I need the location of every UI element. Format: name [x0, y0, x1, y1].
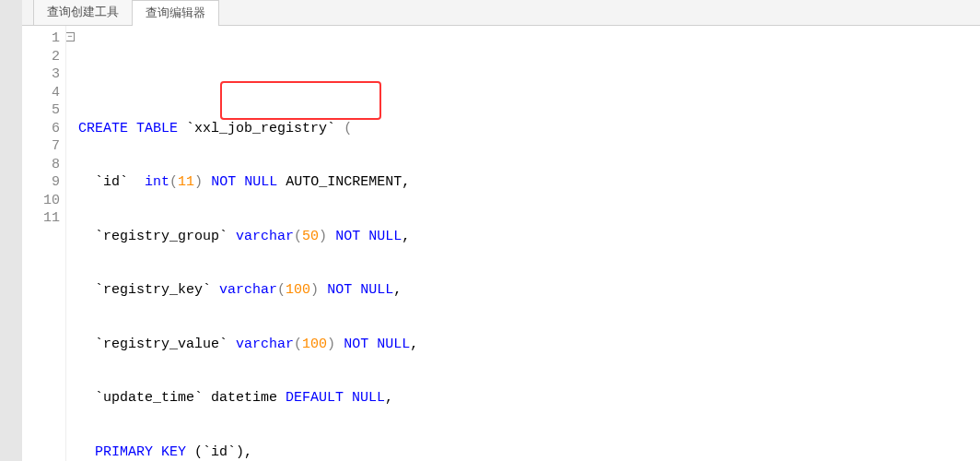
type-int: int	[145, 174, 169, 190]
kw-create: CREATE	[78, 121, 128, 136]
tab-query-editor[interactable]: 查询编辑器	[132, 0, 219, 26]
kw-primary: PRIMARY	[95, 444, 153, 460]
line-number: 4	[22, 84, 60, 102]
code-editor[interactable]: 1 2 3 4 5 6 7 8 9 10 11 − CREATE TABLE `…	[22, 26, 980, 461]
line-number: 3	[22, 65, 60, 84]
paren: (	[344, 121, 352, 136]
line-number: 10	[22, 192, 60, 210]
line-number: 11	[22, 209, 60, 228]
kw-table: TABLE	[136, 121, 178, 136]
col-updtime: `update_time`	[95, 390, 203, 406]
app-root: 查询创建工具 查询编辑器 1 2 3 4 5 6 7 8 9 10 11 − C…	[0, 0, 980, 461]
line-number: 8	[22, 156, 60, 174]
code-pane[interactable]: − CREATE TABLE `xxl_job_registry` ( `id`…	[66, 26, 980, 461]
line-number: 6	[22, 120, 60, 138]
col-regroup: `registry_group`	[95, 229, 228, 244]
col-regkey: `registry_key`	[95, 282, 211, 298]
content-area: 查询创建工具 查询编辑器 1 2 3 4 5 6 7 8 9 10 11 − C…	[0, 0, 980, 461]
tab-query-builder[interactable]: 查询创建工具	[33, 0, 133, 25]
editor-tabbar: 查询创建工具 查询编辑器	[22, 0, 980, 26]
line-number: 7	[22, 137, 60, 156]
line-gutter: 1 2 3 4 5 6 7 8 9 10 11	[22, 26, 66, 461]
col-regval: `registry_value`	[95, 337, 228, 352]
fold-minus-icon[interactable]: −	[66, 32, 75, 41]
tbl-name: `xxl_job_registry`	[186, 121, 335, 136]
col-id: `id`	[95, 174, 128, 190]
line-number: 1	[22, 30, 60, 48]
line-number: 2	[22, 48, 60, 66]
line-number: 9	[22, 173, 60, 192]
highlight-box-editor	[220, 81, 381, 120]
line-number: 5	[22, 101, 60, 120]
